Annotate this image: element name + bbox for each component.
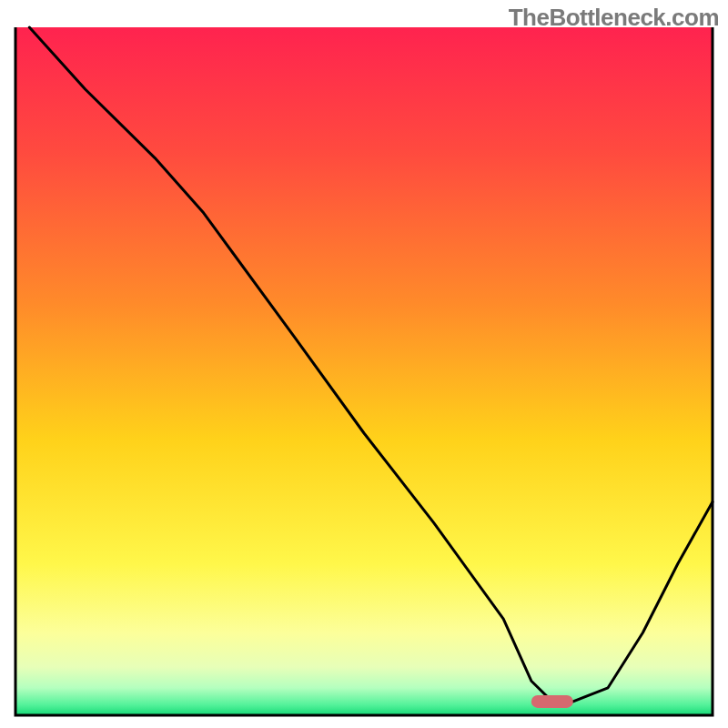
optimal-marker — [531, 695, 573, 708]
gradient-background — [15, 27, 713, 715]
chart-canvas — [0, 0, 728, 728]
bottleneck-chart: TheBottleneck.com — [0, 0, 728, 728]
